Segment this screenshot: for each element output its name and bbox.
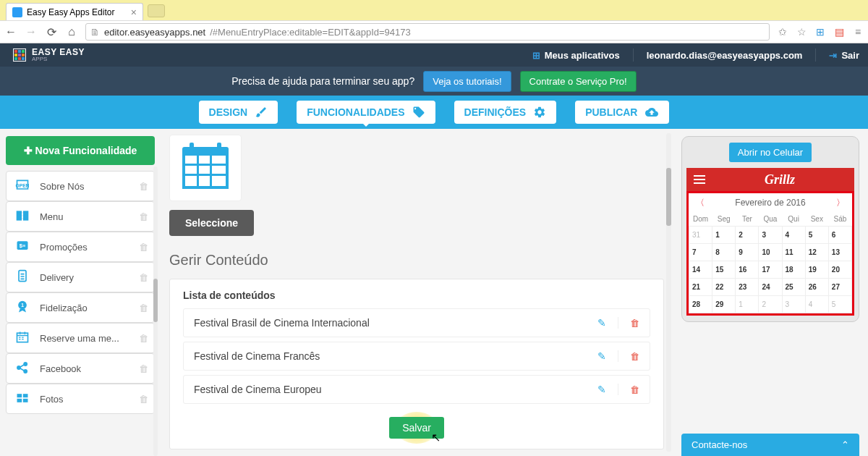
cal-day[interactable]: 18 bbox=[782, 261, 805, 279]
cal-day[interactable]: 2 bbox=[759, 296, 782, 313]
home-icon[interactable]: ⌂ bbox=[65, 25, 78, 38]
back-icon[interactable]: ← bbox=[4, 25, 17, 38]
sidebar-item-1[interactable]: Menu bbox=[6, 201, 155, 232]
edit-icon[interactable] bbox=[586, 384, 618, 395]
cal-day[interactable]: 27 bbox=[828, 279, 851, 296]
cal-day[interactable]: 7 bbox=[689, 244, 712, 261]
trash-icon[interactable] bbox=[139, 302, 148, 313]
cal-day[interactable]: 3 bbox=[782, 296, 805, 313]
cal-prev-icon[interactable]: 〈 bbox=[696, 197, 705, 209]
hamburger-icon[interactable] bbox=[694, 175, 705, 184]
cal-next-icon[interactable]: 〉 bbox=[836, 197, 845, 209]
cal-day[interactable]: 2 bbox=[736, 227, 759, 244]
delete-icon[interactable] bbox=[618, 317, 639, 329]
preview-app-header: Grillz bbox=[686, 168, 854, 191]
cal-day[interactable]: 12 bbox=[805, 244, 828, 261]
sidebar-item-6[interactable]: Facebook bbox=[6, 353, 155, 384]
open-mobile-button[interactable]: Abrir no Celular bbox=[729, 143, 812, 162]
new-tab-button[interactable] bbox=[148, 4, 165, 17]
cal-day[interactable]: 4 bbox=[782, 227, 805, 244]
browser-tab[interactable]: Easy Easy Apps Editor × bbox=[6, 3, 143, 20]
tab-publish[interactable]: PUBLICAR bbox=[575, 101, 669, 124]
cal-day[interactable]: 20 bbox=[828, 261, 851, 279]
cal-day[interactable]: 3 bbox=[759, 227, 782, 244]
sidebar-item-4[interactable]: 1Fidelização bbox=[6, 292, 155, 323]
cal-day[interactable]: 10 bbox=[759, 244, 782, 261]
content-scrollbar[interactable] bbox=[666, 133, 671, 452]
section-title: Gerir Conteúdo bbox=[169, 252, 664, 269]
sidebar-scrollbar[interactable] bbox=[153, 166, 158, 456]
cal-day[interactable]: 24 bbox=[759, 279, 782, 296]
cal-day[interactable]: 15 bbox=[712, 261, 736, 279]
sidebar-item-2[interactable]: $≡Promoções bbox=[6, 232, 155, 262]
tab-design[interactable]: DESIGN bbox=[199, 101, 278, 124]
edit-icon[interactable] bbox=[586, 317, 618, 329]
cal-day[interactable]: 5 bbox=[828, 296, 851, 313]
content-scroll-thumb[interactable] bbox=[666, 168, 671, 226]
sidebar-item-0[interactable]: OPENSobre Nós bbox=[6, 171, 155, 201]
cal-day[interactable]: 13 bbox=[828, 244, 851, 261]
bookmark-icon[interactable]: ✩ bbox=[777, 26, 788, 38]
trash-icon[interactable] bbox=[139, 393, 148, 405]
cal-day[interactable]: 1 bbox=[712, 227, 736, 244]
cal-day[interactable]: 6 bbox=[828, 227, 851, 244]
cal-dow: Qui bbox=[782, 212, 805, 227]
sidebar-item-3[interactable]: Delivery bbox=[6, 262, 155, 292]
new-feature-button[interactable]: ✚ Nova Funcionalidade bbox=[6, 136, 155, 165]
contact-label: Contacte-nos bbox=[692, 439, 747, 450]
contact-bar[interactable]: Contacte-nos ⌃ bbox=[681, 434, 859, 456]
sidebar-item-label: Sobre Nós bbox=[40, 181, 132, 192]
cal-day[interactable]: 9 bbox=[736, 244, 759, 261]
menu-icon[interactable]: ≡ bbox=[852, 26, 864, 38]
cal-day[interactable]: 25 bbox=[782, 279, 805, 296]
sidebar-item-7[interactable]: Fotos bbox=[6, 384, 155, 414]
tutorials-button[interactable]: Veja os tutoriais! bbox=[423, 71, 511, 92]
cal-day[interactable]: 8 bbox=[712, 244, 736, 261]
tab-features[interactable]: FUNCIONALIDADES bbox=[297, 101, 435, 124]
user-email[interactable]: leonardo.dias@easyeasyapps.com bbox=[647, 50, 803, 61]
favicon-icon bbox=[12, 7, 22, 17]
preview-panel: Abrir no Celular Grillz 〈 Fevereiro de 2… bbox=[673, 129, 868, 456]
delete-icon[interactable] bbox=[618, 350, 639, 362]
ext1-icon[interactable]: ⊞ bbox=[814, 26, 826, 38]
preview-brand: Grillz bbox=[712, 172, 847, 187]
star-icon[interactable]: ☆ bbox=[796, 26, 807, 38]
cal-day[interactable]: 19 bbox=[805, 261, 828, 279]
cal-day[interactable]: 22 bbox=[712, 279, 736, 296]
cal-day[interactable]: 29 bbox=[712, 296, 736, 313]
cal-day[interactable]: 28 bbox=[689, 296, 712, 313]
cal-day[interactable]: 5 bbox=[805, 227, 828, 244]
sidebar-item-5[interactable]: Reserve uma me... bbox=[6, 323, 155, 353]
trash-icon[interactable] bbox=[139, 271, 148, 283]
cal-day[interactable]: 16 bbox=[736, 261, 759, 279]
cal-day[interactable]: 4 bbox=[805, 296, 828, 313]
delete-icon[interactable] bbox=[618, 384, 639, 395]
trash-icon[interactable] bbox=[139, 241, 148, 253]
trash-icon[interactable] bbox=[139, 180, 148, 192]
list-title: Lista de conteúdos bbox=[183, 290, 650, 301]
cal-day[interactable]: 23 bbox=[736, 279, 759, 296]
logout-link[interactable]: ⇥ Sair bbox=[829, 50, 859, 61]
url-bar[interactable]: 🗎 editor.easyeasyapps.net/#MenuEntryPlac… bbox=[85, 23, 770, 41]
cal-day[interactable]: 21 bbox=[689, 279, 712, 296]
select-button[interactable]: Seleccione bbox=[169, 210, 254, 236]
cal-dow: Qua bbox=[759, 212, 782, 227]
ext2-icon[interactable]: ▤ bbox=[833, 26, 845, 38]
cal-day[interactable]: 14 bbox=[689, 261, 712, 279]
cal-day[interactable]: 17 bbox=[759, 261, 782, 279]
trash-icon[interactable] bbox=[139, 332, 148, 344]
sidebar-scroll-thumb[interactable] bbox=[153, 279, 158, 322]
reload-icon[interactable]: ⟳ bbox=[45, 25, 58, 39]
cal-day[interactable]: 1 bbox=[736, 296, 759, 313]
trash-icon[interactable] bbox=[139, 211, 148, 222]
cal-day[interactable]: 26 bbox=[805, 279, 828, 296]
cal-day[interactable]: 31 bbox=[689, 227, 712, 244]
edit-icon[interactable] bbox=[586, 350, 618, 362]
tab-settings[interactable]: DEFINIÇÕES bbox=[454, 101, 557, 124]
cal-day[interactable]: 11 bbox=[782, 244, 805, 261]
hire-pro-button[interactable]: Contrate o Serviço Pro! bbox=[520, 71, 637, 92]
app-logo[interactable]: EASY EASY APPS bbox=[13, 48, 85, 62]
my-apps-link[interactable]: ⊞ Meus aplicativos bbox=[532, 50, 620, 61]
trash-icon[interactable] bbox=[139, 363, 148, 374]
tab-close-icon[interactable]: × bbox=[131, 7, 137, 18]
